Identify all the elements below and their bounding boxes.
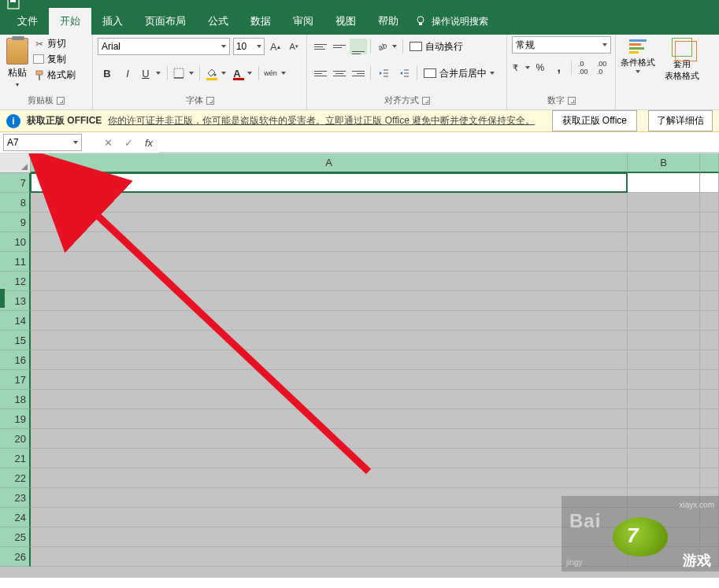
cell-a14[interactable] [31, 311, 628, 330]
cell-a26[interactable] [31, 547, 628, 566]
cell-b16[interactable] [628, 350, 700, 369]
column-header-c[interactable] [700, 153, 719, 173]
cell-c19[interactable] [700, 409, 719, 428]
row-header-18[interactable]: 18 [0, 390, 31, 409]
tab-layout[interactable]: 页面布局 [134, 8, 197, 35]
cell-c13[interactable] [700, 291, 719, 310]
align-left-button[interactable] [312, 65, 329, 81]
orientation-button[interactable]: ab [374, 38, 399, 55]
row-header-8[interactable]: 8 [0, 193, 31, 213]
font-dialog-launcher[interactable] [206, 97, 214, 105]
cell-b9[interactable] [628, 213, 700, 231]
cell-b22[interactable] [628, 468, 700, 487]
tab-view[interactable]: 视图 [324, 8, 367, 35]
tab-insert[interactable]: 插入 [91, 8, 134, 35]
underline-button[interactable]: U [139, 65, 164, 82]
cell-a8[interactable] [31, 193, 628, 212]
name-box[interactable]: A7 [3, 134, 82, 151]
number-dialog-launcher[interactable] [568, 97, 576, 105]
cell-c17[interactable] [700, 370, 719, 389]
align-dialog-launcher[interactable] [422, 97, 430, 105]
wrap-text-button[interactable]: 自动换行 [406, 40, 466, 54]
cell-a11[interactable] [31, 252, 628, 271]
align-middle-button[interactable] [331, 39, 348, 54]
row-header-9[interactable]: 9 [0, 213, 31, 232]
row-header-25[interactable]: 25 [0, 527, 31, 547]
cell-b14[interactable] [628, 311, 700, 330]
row-header-24[interactable]: 24 [0, 508, 31, 527]
format-painter-button[interactable]: 格式刷 [33, 68, 76, 83]
comma-button[interactable]: , [550, 60, 568, 76]
accounting-format-button[interactable]: ₹ [512, 60, 530, 76]
cell-a21[interactable] [31, 449, 628, 468]
column-header-b[interactable]: B [628, 153, 700, 173]
cell-c10[interactable] [700, 232, 719, 251]
cell-b21[interactable] [628, 449, 700, 468]
cell-b10[interactable] [628, 232, 700, 251]
cell-c11[interactable] [700, 252, 719, 271]
conditional-format-button[interactable]: 条件格式 [621, 36, 655, 73]
cell-c20[interactable] [700, 429, 719, 448]
cell-b17[interactable] [628, 370, 700, 389]
cell-a13[interactable] [31, 291, 628, 310]
format-table-button[interactable]: 套用 表格格式 [665, 36, 699, 82]
cell-a25[interactable] [31, 527, 628, 546]
tab-formula[interactable]: 公式 [197, 8, 239, 35]
cell-b18[interactable] [628, 390, 700, 409]
row-header-17[interactable]: 17 [0, 370, 31, 390]
row-header-14[interactable]: 14 [0, 311, 31, 331]
cell-a16[interactable] [31, 350, 628, 369]
cell-c21[interactable] [700, 449, 719, 468]
align-center-button[interactable] [331, 65, 348, 81]
cell-b7[interactable] [628, 173, 700, 192]
phonetic-button[interactable]: wén [262, 65, 287, 82]
cell-b20[interactable] [628, 429, 700, 448]
select-all-corner[interactable] [0, 153, 31, 173]
cell-a20[interactable] [31, 429, 628, 448]
decrease-indent-button[interactable] [374, 65, 393, 82]
cut-button[interactable]: ✂ 剪切 [33, 36, 76, 51]
cell-c18[interactable] [700, 390, 719, 409]
row-header-20[interactable]: 20 [0, 429, 31, 449]
cell-a15[interactable] [31, 331, 628, 349]
cell-a10[interactable] [31, 232, 628, 251]
number-format-select[interactable]: 常规 [512, 36, 611, 54]
border-button[interactable] [171, 65, 196, 82]
cell-a22[interactable] [31, 468, 628, 487]
tab-help[interactable]: 帮助 [367, 8, 410, 35]
cell-a23[interactable] [31, 488, 628, 507]
cell-c12[interactable] [700, 272, 719, 290]
tab-data[interactable]: 数据 [239, 8, 282, 35]
tab-home[interactable]: 开始 [49, 8, 91, 35]
formula-input[interactable] [159, 133, 719, 153]
cell-a18[interactable] [31, 390, 628, 409]
align-right-button[interactable] [350, 65, 367, 81]
paste-button[interactable]: 粘贴 ▾ [5, 36, 30, 90]
tell-me[interactable]: 操作说明搜索 [416, 8, 488, 35]
cell-c8[interactable] [700, 193, 719, 212]
fill-color-button[interactable] [203, 65, 228, 82]
get-office-button[interactable]: 获取正版 Office [552, 110, 637, 131]
cell-b11[interactable] [628, 252, 700, 271]
cell-b12[interactable] [628, 272, 700, 290]
increase-indent-button[interactable] [395, 65, 413, 82]
align-bottom-button[interactable] [350, 39, 367, 54]
decrease-font-button[interactable]: A▾ [286, 39, 302, 54]
cell-a19[interactable] [31, 409, 628, 428]
cell-a17[interactable] [31, 370, 628, 389]
font-color-button[interactable]: A [230, 65, 255, 82]
row-header-21[interactable]: 21 [0, 449, 31, 468]
cell-a12[interactable] [31, 272, 628, 290]
cell-c9[interactable] [700, 213, 719, 231]
row-header-26[interactable]: 26 [0, 547, 31, 567]
increase-decimal-button[interactable]: .0.00 [574, 60, 591, 76]
row-header-16[interactable]: 16 [0, 350, 31, 370]
cell-b13[interactable] [628, 291, 700, 310]
row-header-22[interactable]: 22 [0, 468, 31, 488]
row-header-7[interactable]: 7 [0, 173, 31, 193]
cell-c7[interactable] [700, 173, 719, 192]
cell-b8[interactable] [628, 193, 700, 212]
clipboard-dialog-launcher[interactable] [57, 97, 65, 105]
cell-c15[interactable] [700, 331, 719, 349]
decrease-decimal-button[interactable]: .00.0 [593, 60, 610, 76]
